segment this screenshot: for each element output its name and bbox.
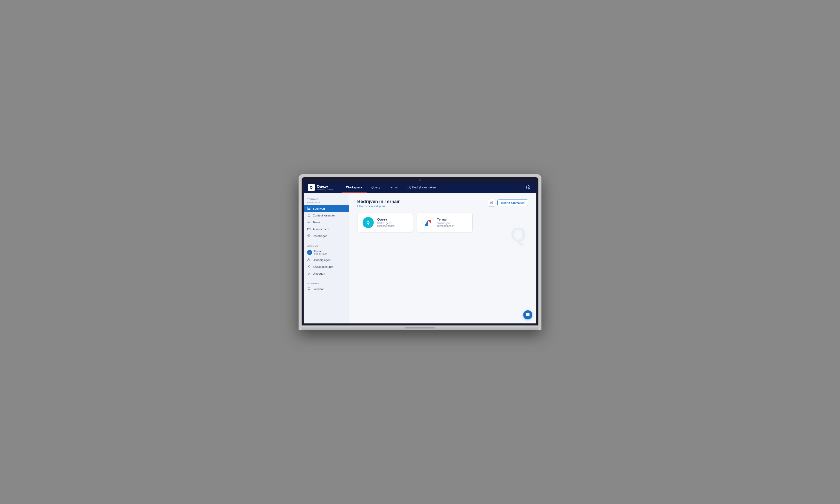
credit-card-icon xyxy=(307,227,311,231)
tab-workspace[interactable]: Workspace xyxy=(342,182,367,193)
svg-point-10 xyxy=(310,267,310,268)
user-plus-icon xyxy=(307,258,311,262)
sidebar-item-instellingen[interactable]: Instellingen xyxy=(303,233,349,239)
sidebar-item-bedrijven[interactable]: Bedrijven xyxy=(303,205,349,212)
workspace-section-label: TERNAIR xyxy=(303,196,349,201)
svg-rect-0 xyxy=(308,207,310,210)
edit-button[interactable] xyxy=(488,199,495,206)
ternair-status: Status: geen bijzonderheden xyxy=(437,222,467,227)
company-card-ternair[interactable]: Ternair Status: geen bijzonderheden xyxy=(417,213,473,232)
subtitle-text: Hoe werken bedrijven? xyxy=(359,205,385,208)
ternair-logo xyxy=(422,217,433,228)
chat-icon xyxy=(307,287,311,291)
ternair-name: Ternair xyxy=(437,217,467,221)
topnav-tabs: Workspace Quezy Ternair + Bedrijf aanmak… xyxy=(342,182,520,193)
svg-point-9 xyxy=(308,266,309,267)
users-icon xyxy=(307,220,311,224)
main-area: TERNAIR WORKSPACE Bedrijven xyxy=(303,193,537,323)
chat-fab-button[interactable] xyxy=(523,310,532,319)
sidebar-label-abonnement: Abonnement xyxy=(313,228,329,231)
trackpad-notch xyxy=(405,327,435,328)
create-company-button[interactable]: Bedrijf aanmaken xyxy=(497,199,528,206)
quezy-name: Quezy xyxy=(377,217,408,221)
svg-marker-16 xyxy=(424,220,428,226)
gear-icon xyxy=(307,234,311,238)
quezy-card-info: Quezy Status: geen bijzonderheden xyxy=(377,217,408,227)
topnav-right xyxy=(520,183,532,192)
svg-rect-3 xyxy=(308,228,311,230)
logo[interactable]: Q Quezy powered by TERN·IR xyxy=(308,184,333,191)
content-title-group: Bedrijven in Ternair ℹ Hoe werken bedrij… xyxy=(357,199,400,208)
sidebar-item-livechat[interactable]: Livechat xyxy=(303,286,349,293)
quezy-logo: Q xyxy=(363,217,374,228)
account-sub: Mijn account xyxy=(314,253,345,255)
svg-marker-18 xyxy=(428,223,431,226)
camera xyxy=(419,179,421,181)
share-icon xyxy=(307,265,311,269)
svg-line-12 xyxy=(309,266,309,266)
company-card-quezy[interactable]: Q Quezy Status: geen bijzonderheden xyxy=(357,213,413,232)
sidebar-label-team: Team xyxy=(313,221,320,224)
sidebar-item-abonnement[interactable]: Abonnement xyxy=(303,226,349,233)
circle-plus-icon: + xyxy=(408,186,411,189)
sidebar-label-content-kalender: Content kalender xyxy=(313,214,335,217)
content-actions: Bedrijf aanmaken xyxy=(488,199,528,206)
cube-icon-button[interactable] xyxy=(524,183,532,192)
laptop-base xyxy=(302,325,538,330)
sidebar-item-content-kalender[interactable]: Content kalender xyxy=(303,212,349,219)
page-title: Bedrijven in Ternair xyxy=(357,199,400,204)
quezy-logo-svg: Q xyxy=(365,219,372,226)
account-name: Esmee xyxy=(314,250,345,253)
svg-text:Q: Q xyxy=(367,220,370,224)
svg-rect-1 xyxy=(308,214,310,216)
tab-ternair[interactable]: Ternair xyxy=(385,182,403,193)
subtitle-help-link[interactable]: ℹ Hoe werken bedrijven? xyxy=(357,205,400,208)
ternair-card-info: Ternair Status: geen bijzonderheden xyxy=(437,217,467,227)
quezy-status: Status: geen bijzonderheden xyxy=(377,222,408,227)
top-navigation: Q Quezy powered by TERN·IR Workspace Que… xyxy=(303,182,537,193)
account-section-label: ACCOUNT xyxy=(303,242,349,248)
sidebar-item-mijn-account[interactable]: E Esmee Mijn account xyxy=(303,248,349,257)
sidebar-label-bedrijven: Bedrijven xyxy=(313,207,345,210)
sidebar-label-instellingen: Instellingen xyxy=(313,234,327,237)
sidebar-label-livechat: Livechat xyxy=(313,288,323,291)
sidebar-item-uitnodigingen[interactable]: Uitnodigingen xyxy=(303,257,349,264)
sidebar-item-social-accounts[interactable]: Social accounts xyxy=(303,264,349,270)
avatar: E xyxy=(307,250,312,255)
svg-line-11 xyxy=(309,267,309,267)
sidebar-item-team[interactable]: Team xyxy=(303,219,349,226)
content-header: Bedrijven in Ternair ℹ Hoe werken bedrij… xyxy=(357,199,528,208)
topnav-divider xyxy=(522,184,522,191)
tab-create-company[interactable]: + Bedrijf aanmaken xyxy=(403,182,440,193)
logout-icon xyxy=(307,272,311,276)
content-area: Q Bedrijven in Ternair ℹ Hoe werken bedr… xyxy=(349,193,537,323)
logo-text: Quezy powered by TERN·IR xyxy=(317,184,333,191)
svg-point-8 xyxy=(310,265,310,266)
calendar-icon xyxy=(307,214,311,217)
svg-point-4 xyxy=(309,235,310,236)
sidebar-label-social-accounts: Social accounts xyxy=(313,265,333,268)
building-icon xyxy=(307,207,311,211)
sidebar: TERNAIR WORKSPACE Bedrijven xyxy=(303,193,349,323)
tab-quezy[interactable]: Quezy xyxy=(367,182,385,193)
info-icon: ℹ xyxy=(357,205,358,208)
logo-icon: Q xyxy=(308,184,315,191)
svg-point-5 xyxy=(308,258,309,259)
ternair-logo-svg xyxy=(424,218,432,227)
support-section-label: SUPPORT xyxy=(303,280,349,286)
svg-point-2 xyxy=(308,221,309,222)
sidebar-label-uitloggen: Uitloggen xyxy=(313,272,325,275)
companies-grid: Q Quezy Status: geen bijzonderheden xyxy=(357,213,528,232)
sidebar-label-uitnodigingen: Uitnodigingen xyxy=(313,258,330,262)
sidebar-item-uitloggen[interactable]: Uitloggen xyxy=(303,270,349,277)
workspace-sub-label: WORKSPACE xyxy=(303,201,349,205)
